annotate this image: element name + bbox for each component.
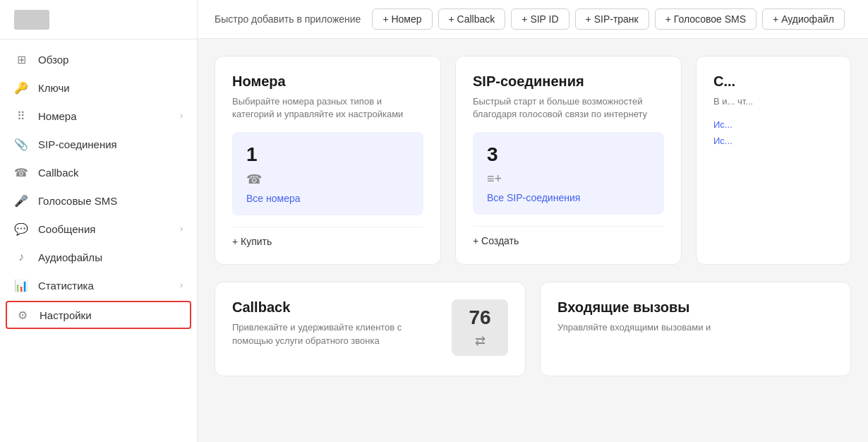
add-callback-button[interactable]: + Callback	[438, 8, 506, 30]
cards-row-2: Callback Привлекайте и удерживайте клиен…	[215, 282, 851, 376]
sidebar-item-label-stats: Статистика	[38, 280, 170, 292]
buy-number-action[interactable]: + Купить	[232, 227, 423, 247]
sidebar-item-audio[interactable]: ♪ Аудиофайлы	[0, 243, 197, 271]
callback-icon: ☎	[14, 165, 28, 179]
buy-number-label: + Купить	[232, 236, 272, 247]
sidebar-navigation: ⊞ Обзор 🔑 Ключи ⠿ Номера › 📎 SIP-соедине…	[0, 40, 197, 442]
sidebar-item-label-overview: Обзор	[38, 54, 183, 66]
sidebar-item-label-keys: Ключи	[38, 82, 183, 94]
partial-card: С... В и... чт... Ис... Ис...	[696, 56, 851, 265]
add-sipid-button[interactable]: + SIP ID	[511, 8, 569, 30]
all-sip-link[interactable]: Все SIP-соединения	[487, 192, 650, 203]
cards-area: Номера Выбирайте номера разных типов и к…	[198, 39, 868, 393]
phone-icon: ☎	[246, 172, 409, 187]
sidebar-item-label-sip: SIP-соединения	[38, 138, 183, 150]
sidebar-item-label-callback: Callback	[38, 167, 183, 179]
add-number-button[interactable]: + Номер	[372, 8, 432, 30]
numbers-stat-number: 1	[246, 143, 409, 166]
chevron-icon: ›	[180, 280, 183, 290]
add-audio-button[interactable]: + Аудиофайл	[762, 8, 845, 30]
audio-icon: ♪	[14, 250, 28, 264]
messages-icon: 💬	[14, 222, 28, 236]
create-sip-action[interactable]: + Создать	[473, 226, 664, 246]
chevron-icon: ›	[180, 224, 183, 234]
sidebar-item-label-sms: Голосовые SMS	[38, 195, 183, 207]
sidebar-item-overview[interactable]: ⊞ Обзор	[0, 45, 197, 73]
sms-icon: 🎤	[14, 193, 28, 208]
partial-link-2[interactable]: Ис...	[713, 136, 833, 146]
numbers-card-title: Номера	[232, 73, 423, 90]
partial-card-title: С...	[713, 73, 833, 90]
overview-icon: ⊞	[14, 52, 28, 66]
callback-badge-number: 76	[469, 306, 490, 329]
sip-icon: 📎	[14, 137, 28, 151]
quick-add-bar: Быстро добавить в приложение + Номер+ Ca…	[198, 0, 868, 39]
sip-card-subtitle: Быстрый старт и больше возможностей благ…	[473, 95, 664, 121]
sip-card-title: SIP-соединения	[473, 73, 664, 90]
sip-stat-box: 3 ≡+ Все SIP-соединения	[473, 132, 664, 215]
sidebar-item-sms[interactable]: 🎤 Голосовые SMS	[0, 186, 197, 215]
sidebar-item-messages[interactable]: 💬 Сообщения ›	[0, 215, 197, 243]
callback-card-title: Callback	[232, 299, 440, 316]
sidebar-item-sip[interactable]: 📎 SIP-соединения	[0, 130, 197, 158]
numbers-stat-box: 1 ☎ Все номера	[232, 132, 423, 215]
sidebar: ⊞ Обзор 🔑 Ключи ⠿ Номера › 📎 SIP-соедине…	[0, 0, 198, 442]
settings-icon: ⚙	[16, 308, 30, 322]
incoming-calls-subtitle: Управляйте входящими вызовами и	[557, 321, 833, 334]
sidebar-item-numbers[interactable]: ⠿ Номера ›	[0, 102, 197, 130]
sidebar-item-label-audio: Аудиофайлы	[38, 251, 183, 263]
sidebar-item-settings[interactable]: ⚙ Настройки	[6, 301, 191, 329]
callback-card-inner: Callback Привлекайте и удерживайте клиен…	[232, 299, 508, 358]
logo-image	[14, 10, 49, 30]
sidebar-item-callback[interactable]: ☎ Callback	[0, 158, 197, 186]
add-sip-trunk-button[interactable]: + SIP-транк	[575, 8, 649, 30]
chevron-icon: ›	[180, 111, 183, 121]
partial-card-subtitle: В и... чт...	[713, 95, 833, 108]
cards-row-1: Номера Выбирайте номера разных типов и к…	[215, 56, 851, 265]
keys-icon: 🔑	[14, 80, 28, 95]
quick-add-label: Быстро добавить в приложение	[215, 13, 361, 25]
incoming-calls-title: Входящие вызовы	[557, 299, 833, 316]
numbers-card-subtitle: Выбирайте номера разных типов и категори…	[232, 95, 423, 121]
sip-card: SIP-соединения Быстрый старт и больше во…	[455, 56, 682, 265]
callback-card-subtitle: Привлекайте и удерживайте клиентов с пом…	[232, 321, 440, 347]
all-numbers-link[interactable]: Все номера	[246, 193, 409, 204]
sip-stat-number: 3	[487, 143, 650, 166]
sidebar-logo	[0, 0, 197, 40]
sip-icon: ≡+	[487, 172, 650, 186]
callback-badge-icon: ⇄	[475, 333, 486, 349]
partial-link-1[interactable]: Ис...	[713, 119, 833, 130]
sidebar-item-label-settings: Настройки	[40, 309, 181, 321]
sidebar-item-label-numbers: Номера	[38, 110, 170, 122]
callback-badge: 76 ⇄	[452, 299, 508, 356]
callback-card: Callback Привлекайте и удерживайте клиен…	[215, 282, 526, 376]
sidebar-item-keys[interactable]: 🔑 Ключи	[0, 73, 197, 102]
callback-info: Callback Привлекайте и удерживайте клиен…	[232, 299, 440, 358]
numbers-icon: ⠿	[14, 109, 28, 123]
stats-icon: 📊	[14, 278, 28, 292]
numbers-card: Номера Выбирайте номера разных типов и к…	[215, 56, 441, 265]
create-sip-label: + Создать	[473, 235, 519, 246]
sidebar-item-label-messages: Сообщения	[38, 223, 170, 235]
sidebar-item-stats[interactable]: 📊 Статистика ›	[0, 271, 197, 299]
add-voice-sms-button[interactable]: + Голосовое SMS	[655, 8, 757, 30]
incoming-calls-card: Входящие вызовы Управляйте входящими выз…	[540, 282, 851, 376]
main-content: Быстро добавить в приложение + Номер+ Ca…	[198, 0, 868, 442]
